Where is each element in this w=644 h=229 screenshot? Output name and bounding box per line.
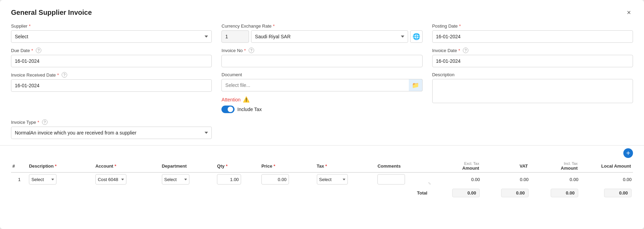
invoice-date-label: Invoice Date * ? — [432, 48, 633, 53]
description-textarea[interactable] — [432, 79, 633, 103]
invoice-type-select[interactable]: NormalAn invoice which you are received … — [11, 127, 212, 139]
posting-date-input[interactable] — [432, 30, 633, 43]
document-attention-group: Document 📁 Attention ⚠️ Include Tax — [221, 72, 422, 113]
comments-input[interactable] — [377, 174, 405, 185]
department-select-wrap: Select — [162, 174, 215, 185]
document-group: Document 📁 — [221, 72, 422, 91]
attention-row: Attention ⚠️ — [221, 96, 422, 103]
row-excl-amount: 0.00 — [432, 172, 481, 186]
total-label: Total — [417, 190, 427, 196]
row-incl-amount: 0.00 — [530, 172, 580, 186]
general-supplier-invoice-modal: General Supplier Invoice × Supplier * Se… — [0, 0, 644, 229]
col-account-header: Account * — [94, 159, 160, 172]
description-select-wrap: Select — [29, 174, 93, 185]
invoice-received-date-required: * — [57, 72, 59, 78]
table-header: # Description * Account * Department Qty… — [11, 159, 633, 172]
currency-row: Saudi Riyal SAR 🌐 — [221, 30, 422, 43]
total-vat-amount: 0.00 — [501, 189, 529, 197]
invoice-type-group: Invoice Type * ? NormalAn invoice which … — [11, 119, 212, 139]
due-date-label: Due Date * ? — [11, 48, 212, 53]
invoice-date-input[interactable] — [432, 55, 633, 67]
currency-name-select[interactable]: Saudi Riyal SAR — [251, 30, 408, 43]
tax-select[interactable]: Select — [317, 174, 348, 185]
total-local-amount: 0.00 — [604, 189, 632, 197]
close-button[interactable]: × — [625, 8, 633, 17]
currency-required: * — [273, 23, 275, 29]
price-input[interactable] — [261, 174, 289, 185]
total-excl-amount: 0.00 — [452, 189, 480, 197]
invoice-type-label: Invoice Type * ? — [11, 119, 212, 125]
account-select[interactable]: Cost 6048 — [95, 174, 126, 185]
invoice-type-required: * — [38, 120, 39, 125]
total-row: Total 0.00 0.00 0.00 0.00 — [11, 186, 633, 199]
currency-rate-input[interactable] — [221, 30, 249, 43]
row-price-cell — [260, 172, 315, 186]
invoice-type-help-icon[interactable]: ? — [42, 119, 48, 125]
row-department-cell: Select — [160, 172, 216, 186]
col-local-header: Local Amount — [580, 159, 633, 172]
form-grid: Supplier * Select Currency Exchange Rate… — [11, 23, 633, 113]
invoice-date-group: Invoice Date * ? — [432, 48, 633, 67]
attention-section: Attention ⚠️ Include Tax — [221, 96, 422, 113]
row-number: 1 — [11, 172, 28, 186]
row-description-cell: Select — [28, 172, 94, 186]
qty-input[interactable] — [217, 174, 241, 185]
row-account-cell: Cost 6048 — [94, 172, 160, 186]
modal-header: General Supplier Invoice × — [11, 8, 633, 17]
document-label: Document — [221, 72, 422, 77]
col-incl-header: Incl. Tax Amount — [530, 159, 580, 172]
invoice-received-date-input[interactable] — [11, 79, 212, 92]
col-vat-header: VAT — [481, 159, 530, 172]
description-select[interactable]: Select — [29, 174, 56, 185]
toggle-row: Include Tax — [221, 106, 422, 113]
supplier-select[interactable]: Select — [11, 30, 212, 43]
document-file-input[interactable] — [221, 79, 408, 91]
total-excl-cell: 0.00 — [432, 186, 481, 199]
table-section: + # Description * Account * Department — [11, 148, 633, 199]
invoice-no-group: Invoice No * ? — [221, 48, 422, 67]
invoice-date-help-icon[interactable]: ? — [463, 48, 468, 53]
attention-text: Attention — [221, 97, 240, 102]
include-tax-toggle[interactable] — [221, 106, 235, 113]
row-comments-cell: ⤡ — [376, 172, 432, 186]
line-items-table: # Description * Account * Department Qty… — [11, 159, 633, 199]
row-tax-cell: Select — [315, 172, 376, 186]
globe-button[interactable]: 🌐 — [410, 30, 423, 43]
invoice-received-date-help-icon[interactable]: ? — [62, 72, 67, 78]
department-select[interactable]: Select — [162, 174, 189, 185]
add-row-button[interactable]: + — [623, 148, 633, 158]
invoice-date-required: * — [458, 48, 460, 53]
due-date-group: Due Date * ? — [11, 48, 212, 67]
currency-group: Currency Exchange Rate * Saudi Riyal SAR… — [221, 23, 422, 43]
supplier-required: * — [29, 23, 31, 29]
table-row: 1 Select Cost 6048 Select — [11, 172, 633, 186]
include-tax-label: Include Tax — [237, 107, 262, 112]
col-hash-header: # — [11, 159, 28, 172]
col-department-header: Department — [160, 159, 216, 172]
col-qty-header: Qty * — [216, 159, 260, 172]
resize-icon: ⤡ — [428, 181, 431, 185]
invoice-no-required: * — [244, 48, 246, 53]
invoice-no-label: Invoice No * ? — [221, 48, 422, 53]
invoice-no-input[interactable] — [221, 55, 422, 67]
modal-title: General Supplier Invoice — [11, 9, 92, 17]
due-date-help-icon[interactable]: ? — [36, 48, 41, 53]
invoice-no-help-icon[interactable]: ? — [249, 48, 254, 53]
row-local-amount: 0.00 — [580, 172, 633, 186]
description-group: Description — [432, 72, 633, 113]
supplier-label: Supplier * — [11, 23, 212, 29]
total-local-cell: 0.00 — [580, 186, 633, 199]
supplier-group: Supplier * Select — [11, 23, 212, 43]
col-description-header: Description * — [28, 159, 94, 172]
col-comments-header: Comments — [376, 159, 432, 172]
row-qty-cell — [216, 172, 260, 186]
total-incl-cell: 0.00 — [530, 186, 580, 199]
attention-warning-icon: ⚠️ — [243, 96, 250, 103]
file-browse-button[interactable]: 📁 — [409, 79, 423, 91]
total-vat-cell: 0.00 — [481, 186, 530, 199]
document-row: 📁 — [221, 79, 422, 91]
due-date-input[interactable] — [11, 55, 212, 67]
row-vat: 0.00 — [481, 172, 530, 186]
tax-select-wrap: Select — [317, 174, 375, 185]
posting-date-group: Posting Date * — [432, 23, 633, 43]
